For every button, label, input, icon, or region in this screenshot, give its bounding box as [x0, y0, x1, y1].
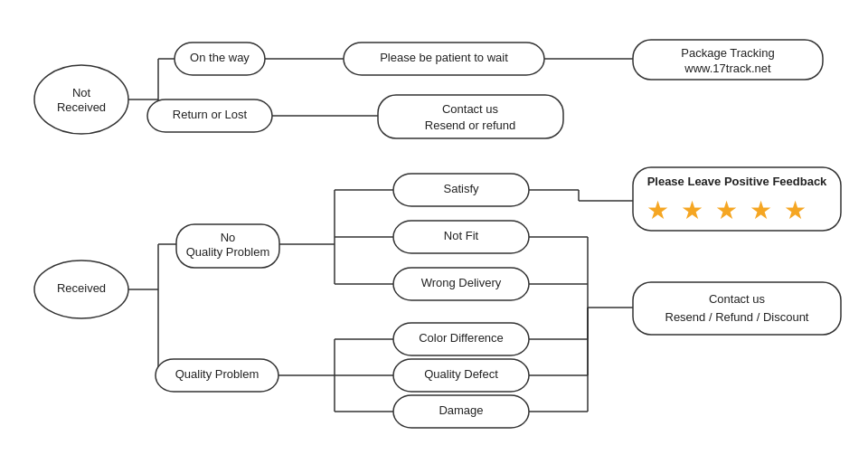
quality-defect-label: Quality Defect: [424, 367, 498, 381]
satisfy-label: Satisfy: [443, 182, 479, 195]
received-label: Received: [57, 281, 106, 295]
contact-resend-refund-label2: Resend or refund: [425, 118, 515, 132]
package-tracking-label2: www.17track.net: [684, 62, 771, 75]
wrong-delivery-label: Wrong Delivery: [421, 276, 502, 289]
positive-feedback-label: Please Leave Positive Feedback: [647, 175, 827, 188]
not-received-label2: Received: [57, 100, 106, 114]
package-tracking-label1: Package Tracking: [681, 46, 774, 60]
star1: ★: [646, 196, 669, 224]
not-fit-label: Not Fit: [444, 229, 479, 242]
no-quality-problem-label2: Quality Problem: [186, 245, 269, 259]
color-difference-label: Color Difference: [419, 331, 504, 345]
star4: ★: [750, 196, 772, 224]
contact-resend-refund-discount-label2: Resend / Refund / Discount: [665, 310, 809, 324]
not-received-label: Not: [72, 86, 91, 99]
quality-problem-label: Quality Problem: [175, 367, 259, 381]
on-the-way-label: On the way: [190, 51, 250, 64]
return-lost-label: Return or Lost: [173, 108, 248, 121]
star3: ★: [715, 196, 738, 224]
contact-resend-refund-discount-node: [633, 282, 841, 335]
star2: ★: [681, 196, 703, 224]
flowchart-diagram: Not Received On the way Return or Lost P…: [0, 0, 868, 464]
star5: ★: [784, 196, 807, 224]
contact-resend-refund-label1: Contact us: [442, 102, 499, 116]
patient-wait-label: Please be patient to wait: [380, 51, 508, 64]
no-quality-problem-label1: No: [221, 231, 236, 244]
damage-label: Damage: [439, 403, 483, 417]
contact-resend-refund-discount-label1: Contact us: [709, 292, 766, 306]
